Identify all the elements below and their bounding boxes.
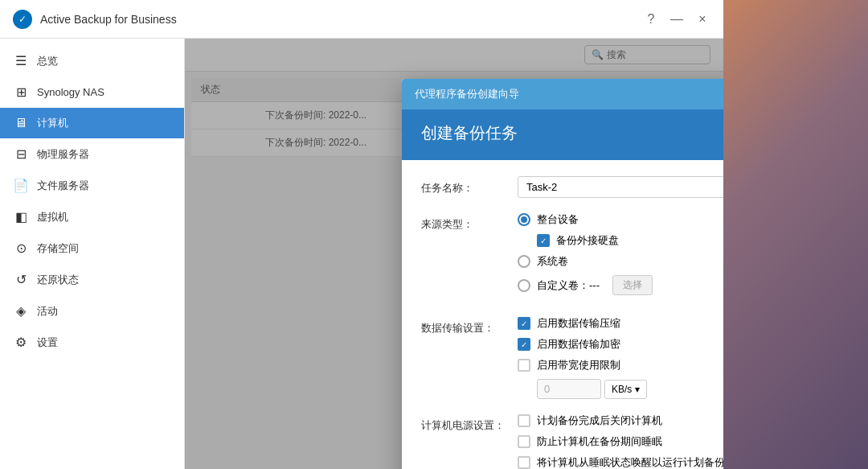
radio-whole-device-label: 整台设备 xyxy=(537,212,579,227)
checkbox-compress-label: 启用数据传输压缩 xyxy=(537,316,620,331)
sidebar-item-computer[interactable]: 🖥 计算机 xyxy=(0,108,184,138)
sidebar-label-nas: Synology NAS xyxy=(37,86,104,98)
physical-server-icon: ⊟ xyxy=(13,146,29,162)
app-title: Active Backup for Business xyxy=(40,13,177,26)
storage-icon: ⊙ xyxy=(13,241,29,256)
computer-icon: 🖥 xyxy=(13,116,29,130)
checkbox-sleep-prevent-box xyxy=(518,435,530,448)
sidebar-label-physical-server: 物理服务器 xyxy=(37,147,89,162)
radio-whole-device-circle xyxy=(518,213,530,226)
file-server-icon: 📄 xyxy=(13,178,29,193)
checkbox-bandwidth-label: 启用带宽使用限制 xyxy=(537,358,620,372)
form-row-power: 计算机电源设置： 计划备份完成后关闭计算机 防止计算机在备份期间睡眠 xyxy=(421,413,723,469)
sidebar-item-activity[interactable]: ◈ 活动 xyxy=(0,295,184,327)
checkbox-external-disk-box: ✓ xyxy=(537,234,550,247)
bandwidth-row: KB/s ▾ xyxy=(537,379,723,399)
radio-whole-device[interactable]: 整台设备 xyxy=(518,212,723,227)
checkbox-bandwidth-box xyxy=(518,359,530,372)
checkbox-encrypt[interactable]: ✓ 启用数据传输加密 xyxy=(518,337,723,352)
checkbox-wake-label: 将计算机从睡眠状态唤醒以运行计划备份 xyxy=(537,455,723,469)
sidebar: ☰ 总览 ⊞ Synology NAS 🖥 计算机 ⊟ 物理服务器 📄 文件服务… xyxy=(0,39,185,469)
sidebar-item-restore[interactable]: ↺ 还原状态 xyxy=(0,264,184,295)
sidebar-item-settings[interactable]: ⚙ 设置 xyxy=(0,327,184,358)
bandwidth-input[interactable] xyxy=(537,379,601,399)
sidebar-item-vm[interactable]: ◧ 虚拟机 xyxy=(0,201,184,232)
form-row-source-type: 来源类型： 整台设备 ✓ xyxy=(421,212,723,302)
sidebar-label-activity: 活动 xyxy=(37,304,58,319)
dialog-titlebar: 代理程序备份创建向导 × xyxy=(402,79,723,109)
radio-system-volume-label: 系统卷 xyxy=(537,254,568,269)
source-type-label: 来源类型： xyxy=(421,212,518,232)
checkbox-sleep-prevent-label: 防止计算机在备份期间睡眠 xyxy=(537,434,662,449)
checkbox-shutdown-box xyxy=(518,414,530,427)
task-name-input[interactable] xyxy=(518,176,723,198)
nas-icon: ⊞ xyxy=(13,84,29,100)
select-volume-button[interactable]: 选择 xyxy=(612,275,653,295)
vm-icon: ◧ xyxy=(13,209,29,224)
sidebar-label-storage: 存储空间 xyxy=(37,241,79,256)
power-label: 计算机电源设置： xyxy=(421,413,518,433)
form-row-task-name: 任务名称： xyxy=(421,176,723,198)
help-button[interactable]: ? xyxy=(643,12,659,27)
checkbox-encrypt-box: ✓ xyxy=(518,338,530,351)
task-name-controls xyxy=(518,176,723,198)
checkbox-compress[interactable]: ✓ 启用数据传输压缩 xyxy=(518,316,723,331)
restore-icon: ↺ xyxy=(13,272,29,287)
bandwidth-unit-chevron: ▾ xyxy=(635,384,640,395)
radio-custom-volume-label: 自定义卷：--- xyxy=(537,278,600,293)
radio-whole-device-dot xyxy=(521,216,527,223)
app-body: ☰ 总览 ⊞ Synology NAS 🖥 计算机 ⊟ 物理服务器 📄 文件服务… xyxy=(0,39,723,469)
task-name-label: 任务名称： xyxy=(421,176,518,195)
radio-system-volume[interactable]: 系统卷 xyxy=(518,254,723,269)
checkbox-bandwidth[interactable]: 启用带宽使用限制 xyxy=(518,358,723,372)
checkbox-external-disk-label: 备份外接硬盘 xyxy=(556,233,619,248)
radio-custom-volume-circle xyxy=(518,279,530,292)
sidebar-item-file-server[interactable]: 📄 文件服务器 xyxy=(0,170,184,201)
checkbox-wake-box xyxy=(518,456,530,469)
transfer-label: 数据传输设置： xyxy=(421,316,518,335)
sidebar-item-storage[interactable]: ⊙ 存储空间 xyxy=(0,232,184,264)
checkbox-wake[interactable]: 将计算机从睡眠状态唤醒以运行计划备份 xyxy=(518,455,723,469)
app-window: ✓ Active Backup for Business ? — × ☰ 总览 … xyxy=(0,0,723,469)
power-controls: 计划备份完成后关闭计算机 防止计算机在备份期间睡眠 将计算机从睡眠状态唤醒以运行… xyxy=(518,413,723,469)
checkbox-sleep-prevent[interactable]: 防止计算机在备份期间睡眠 xyxy=(518,434,723,449)
sidebar-item-synology-nas[interactable]: ⊞ Synology NAS xyxy=(0,76,184,108)
activity-icon: ◈ xyxy=(13,303,29,319)
app-icon: ✓ xyxy=(13,10,32,29)
checkbox-shutdown-label: 计划备份完成后关闭计算机 xyxy=(537,413,662,428)
checkbox-compress-box: ✓ xyxy=(518,317,530,330)
dialog-title: 创建备份任务 xyxy=(421,122,723,144)
source-type-controls: 整台设备 ✓ 备份外接硬盘 系统卷 xyxy=(518,212,723,302)
overview-icon: ☰ xyxy=(13,53,29,68)
checkbox-shutdown[interactable]: 计划备份完成后关闭计算机 xyxy=(518,413,723,428)
title-bar: ✓ Active Backup for Business ? — × xyxy=(0,0,723,39)
settings-icon: ⚙ xyxy=(13,335,29,350)
sidebar-label-vm: 虚拟机 xyxy=(37,210,68,224)
checkbox-external-disk[interactable]: ✓ 备份外接硬盘 xyxy=(537,233,723,248)
bandwidth-unit[interactable]: KB/s ▾ xyxy=(604,380,647,399)
window-controls: ? — × xyxy=(643,12,710,27)
dialog-titlebar-label: 代理程序备份创建向导 xyxy=(415,87,519,101)
form-row-transfer: 数据传输设置： ✓ 启用数据传输压缩 ✓ 启用数据传输加密 xyxy=(421,316,723,399)
sidebar-label-restore: 还原状态 xyxy=(37,273,79,287)
sidebar-label-overview: 总览 xyxy=(37,54,58,68)
bandwidth-unit-label: KB/s xyxy=(612,384,632,395)
minimize-button[interactable]: — xyxy=(669,12,685,27)
checkbox-encrypt-label: 启用数据传输加密 xyxy=(537,337,620,352)
sidebar-label-computer: 计算机 xyxy=(37,116,68,130)
close-button[interactable]: × xyxy=(694,12,710,27)
radio-system-volume-circle xyxy=(518,255,530,268)
sidebar-item-overview[interactable]: ☰ 总览 xyxy=(0,45,184,76)
transfer-controls: ✓ 启用数据传输压缩 ✓ 启用数据传输加密 启用带宽使用限制 xyxy=(518,316,723,399)
main-content: 🔍 状态 下次备份时间: 2022-0... ⋮ 下次备份时间: 2022-0 xyxy=(185,39,723,469)
sidebar-item-physical-server[interactable]: ⊟ 物理服务器 xyxy=(0,138,184,170)
sidebar-label-settings: 设置 xyxy=(37,335,58,350)
dialog: 代理程序备份创建向导 × 创建备份任务 任务名称： xyxy=(402,79,723,469)
radio-custom-volume[interactable]: 自定义卷：--- 选择 xyxy=(518,275,723,295)
dialog-body: 任务名称： 来源类型： xyxy=(402,160,723,469)
dialog-header: 创建备份任务 xyxy=(402,109,723,160)
sidebar-label-file-server: 文件服务器 xyxy=(37,179,89,193)
